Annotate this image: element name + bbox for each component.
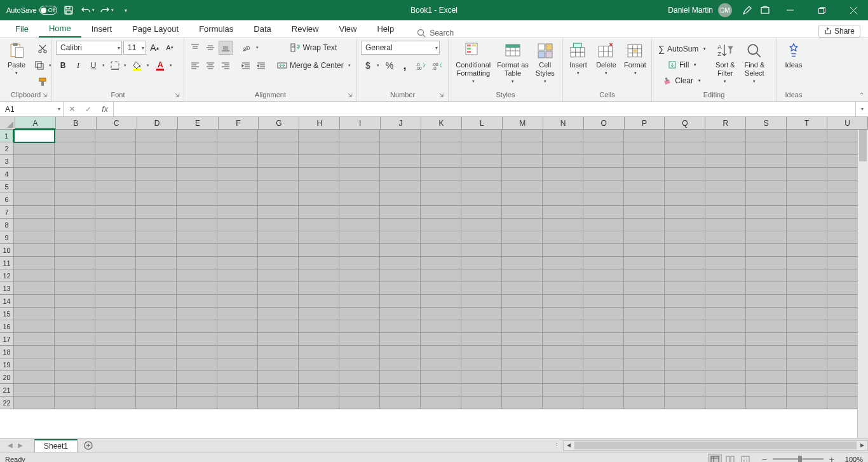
cell[interactable] xyxy=(217,193,258,206)
cell[interactable] xyxy=(136,269,177,282)
column-header[interactable]: E xyxy=(178,117,219,130)
cell[interactable] xyxy=(380,333,421,346)
border-dropdown[interactable]: ▾ xyxy=(122,58,128,72)
cell[interactable] xyxy=(299,320,339,333)
cell[interactable] xyxy=(543,231,583,244)
cell[interactable] xyxy=(55,333,95,346)
cell[interactable] xyxy=(624,219,665,231)
cell[interactable] xyxy=(665,358,705,371)
cell[interactable] xyxy=(136,193,177,206)
cell[interactable] xyxy=(421,320,461,333)
cell[interactable] xyxy=(136,168,177,180)
cell[interactable] xyxy=(299,397,339,409)
cell[interactable] xyxy=(461,269,502,282)
insert-cells-button[interactable]: Insert▾ xyxy=(566,41,591,78)
cell[interactable] xyxy=(14,219,55,231)
cell[interactable] xyxy=(95,384,136,397)
cell[interactable] xyxy=(502,231,543,244)
name-box[interactable]: A1▾ xyxy=(0,102,64,116)
cell[interactable] xyxy=(380,346,421,358)
cell[interactable] xyxy=(299,295,339,308)
cell[interactable] xyxy=(746,397,787,409)
cell[interactable] xyxy=(624,346,665,358)
cell[interactable] xyxy=(380,397,421,409)
align-bottom-button[interactable] xyxy=(219,41,233,55)
cell[interactable] xyxy=(787,384,827,397)
cell[interactable] xyxy=(339,295,380,308)
column-header[interactable]: I xyxy=(340,117,381,130)
cell[interactable] xyxy=(543,168,583,180)
cell[interactable] xyxy=(665,168,705,180)
cell[interactable] xyxy=(502,219,543,231)
cell[interactable] xyxy=(543,155,583,168)
cell[interactable] xyxy=(14,282,55,295)
cell[interactable] xyxy=(217,206,258,219)
font-size-combo[interactable]: 11▾ xyxy=(123,41,146,55)
cell[interactable] xyxy=(705,282,746,295)
collapse-ribbon-button[interactable]: ⌃ xyxy=(859,92,864,99)
number-format-combo[interactable]: General▾ xyxy=(361,41,440,55)
cell[interactable] xyxy=(55,269,95,282)
cell[interactable] xyxy=(299,231,339,244)
row-header[interactable]: 20 xyxy=(0,371,14,384)
cell[interactable] xyxy=(502,206,543,219)
cell[interactable] xyxy=(177,142,217,155)
cell[interactable] xyxy=(421,206,461,219)
user-name[interactable]: Daniel Martin xyxy=(668,6,713,15)
autosum-button[interactable]: ∑AutoSum▾ xyxy=(656,42,709,56)
cell[interactable] xyxy=(583,295,624,308)
cell[interactable] xyxy=(543,397,583,409)
column-header[interactable]: R xyxy=(705,117,746,130)
cell[interactable] xyxy=(380,358,421,371)
cell[interactable] xyxy=(55,371,95,384)
sort-filter-button[interactable]: AZ Sort & Filter▾ xyxy=(712,41,738,86)
row-header[interactable]: 21 xyxy=(0,384,14,397)
cell[interactable] xyxy=(95,295,136,308)
cell[interactable] xyxy=(543,308,583,320)
column-header[interactable]: J xyxy=(381,117,421,130)
cell[interactable] xyxy=(380,244,421,257)
cell[interactable] xyxy=(705,155,746,168)
cell[interactable] xyxy=(746,282,787,295)
cell[interactable] xyxy=(95,358,136,371)
cell[interactable] xyxy=(339,206,380,219)
cell[interactable] xyxy=(583,231,624,244)
tab-view[interactable]: View xyxy=(329,20,367,37)
cell[interactable] xyxy=(258,231,299,244)
cell[interactable] xyxy=(217,397,258,409)
expand-formula-bar-button[interactable]: ▾ xyxy=(855,102,868,116)
cell[interactable] xyxy=(380,142,421,155)
cell[interactable] xyxy=(787,371,827,384)
increase-decimal-button[interactable]: .0.00 xyxy=(413,58,428,72)
cell[interactable] xyxy=(95,320,136,333)
cell[interactable] xyxy=(583,346,624,358)
cell[interactable] xyxy=(705,358,746,371)
cell[interactable] xyxy=(583,320,624,333)
cell[interactable] xyxy=(502,371,543,384)
cell[interactable] xyxy=(543,193,583,206)
cell[interactable] xyxy=(95,244,136,257)
tab-file[interactable]: File xyxy=(5,20,39,37)
cell[interactable] xyxy=(787,282,827,295)
row-header[interactable]: 13 xyxy=(0,282,14,295)
cell[interactable] xyxy=(136,320,177,333)
font-color-dropdown[interactable]: ▾ xyxy=(168,58,174,72)
accounting-dropdown[interactable]: ▾ xyxy=(375,58,381,72)
cell[interactable] xyxy=(217,168,258,180)
cell[interactable] xyxy=(55,358,95,371)
vertical-scrollbar[interactable] xyxy=(857,130,868,438)
cell[interactable] xyxy=(502,358,543,371)
cell[interactable] xyxy=(299,346,339,358)
cell[interactable] xyxy=(339,397,380,409)
cell[interactable] xyxy=(502,168,543,180)
cell[interactable] xyxy=(258,130,299,142)
cell[interactable] xyxy=(746,333,787,346)
cell[interactable] xyxy=(665,219,705,231)
column-header[interactable]: N xyxy=(543,117,584,130)
cell[interactable] xyxy=(665,384,705,397)
cell[interactable] xyxy=(55,206,95,219)
cell[interactable] xyxy=(461,168,502,180)
column-header[interactable]: P xyxy=(625,117,665,130)
cell[interactable] xyxy=(624,308,665,320)
cell[interactable] xyxy=(14,320,55,333)
